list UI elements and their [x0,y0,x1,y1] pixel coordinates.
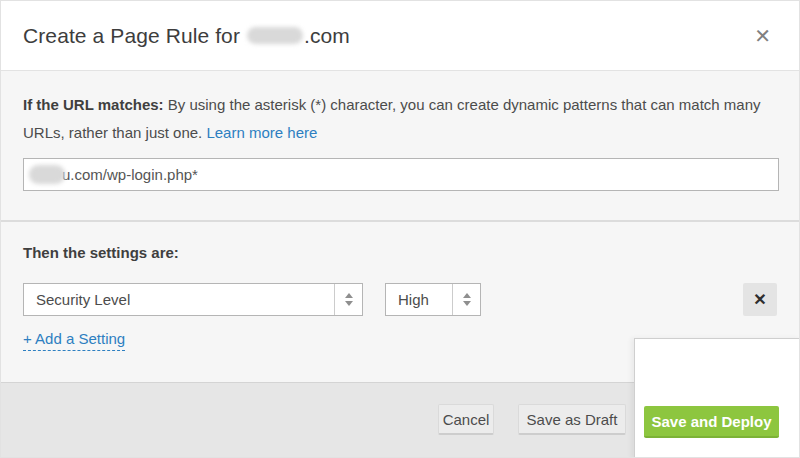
url-match-section: If the URL matches: By using the asteris… [1,70,799,222]
stepper-up-icon [463,293,471,298]
stepper-icon[interactable] [334,284,362,315]
url-match-lead: If the URL matches: [23,96,164,113]
save-deploy-highlight-panel: Save and Deploy [634,338,800,458]
page-title: Create a Page Rule for .com [23,24,350,48]
add-setting-link[interactable]: + Add a Setting [23,330,125,351]
setting-row: Security Level High ✕ [23,283,777,316]
redacted-url-blur [29,165,65,184]
setting-name-select[interactable]: Security Level [23,283,363,316]
stepper-up-icon [345,293,353,298]
stepper-down-icon [463,301,471,306]
url-match-description: If the URL matches: By using the asteris… [23,91,768,147]
stepper-down-icon [345,301,353,306]
url-input-wrap [23,158,779,191]
url-pattern-input[interactable] [23,158,779,191]
setting-value-value: High [386,284,452,315]
remove-setting-button[interactable]: ✕ [743,283,777,316]
cancel-button[interactable]: Cancel [438,404,494,435]
create-page-rule-modal: Create a Page Rule for .com ✕ If the URL… [0,0,800,458]
page-title-prefix: Create a Page Rule for [23,24,240,48]
close-icon[interactable]: ✕ [748,22,777,50]
stepper-icon[interactable] [452,284,480,315]
redacted-domain-blur [247,27,303,44]
setting-name-value: Security Level [24,284,334,315]
save-as-draft-button[interactable]: Save as Draft [518,404,626,435]
save-and-deploy-button[interactable]: Save and Deploy [644,406,779,438]
modal-header: Create a Page Rule for .com ✕ [1,1,799,70]
setting-value-select[interactable]: High [385,283,481,316]
learn-more-link[interactable]: Learn more here [206,124,317,141]
settings-heading: Then the settings are: [23,244,777,261]
page-title-suffix: .com [304,24,350,48]
